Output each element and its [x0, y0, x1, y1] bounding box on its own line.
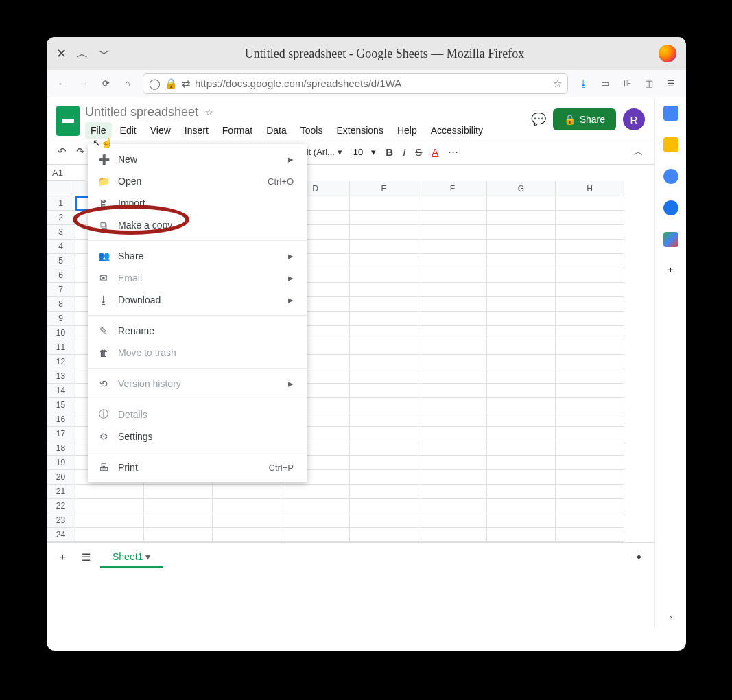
cell[interactable] [556, 456, 624, 470]
cell[interactable] [487, 456, 556, 470]
cell[interactable] [556, 470, 624, 485]
cell[interactable] [487, 427, 556, 441]
cell[interactable] [556, 211, 624, 225]
cell[interactable] [556, 384, 624, 398]
cell[interactable] [487, 499, 556, 513]
cell[interactable] [487, 211, 556, 225]
cell[interactable] [213, 485, 281, 499]
cell[interactable] [350, 225, 418, 240]
cell[interactable] [556, 297, 624, 312]
minimize-icon[interactable]: ︿ [76, 45, 88, 62]
cell[interactable] [418, 340, 487, 355]
cell[interactable] [418, 528, 487, 542]
cell[interactable] [350, 456, 418, 470]
cell[interactable] [487, 355, 556, 369]
cell[interactable] [350, 211, 418, 225]
cell[interactable] [487, 312, 556, 326]
cell[interactable] [418, 441, 487, 456]
cell[interactable] [418, 268, 487, 283]
cell[interactable] [281, 513, 350, 528]
row-header[interactable]: 13 [47, 369, 75, 384]
all-sheets-button[interactable]: ☰ [78, 548, 95, 566]
cell[interactable] [281, 528, 350, 542]
row-header[interactable]: 11 [47, 340, 75, 355]
cell[interactable] [418, 456, 487, 470]
cell[interactable] [350, 427, 418, 441]
cell[interactable] [350, 355, 418, 369]
row-header[interactable]: 24 [47, 528, 75, 542]
cell[interactable] [487, 340, 556, 355]
cell[interactable] [487, 254, 556, 268]
cell[interactable] [556, 340, 624, 355]
cell[interactable] [281, 485, 350, 499]
cell[interactable] [418, 384, 487, 398]
row-header[interactable]: 17 [47, 427, 75, 441]
cell[interactable] [350, 441, 418, 456]
collapse-panel-icon[interactable]: › [669, 611, 672, 622]
reload-button[interactable]: ⟳ [99, 78, 113, 89]
cell[interactable] [144, 485, 213, 499]
cell[interactable] [213, 513, 281, 528]
menu-tools[interactable]: Tools [295, 122, 329, 139]
row-header[interactable]: 1 [47, 196, 75, 211]
font-size-select[interactable]: 10 ▾ [349, 147, 380, 157]
text-color-button[interactable]: A [427, 143, 442, 161]
cell[interactable] [556, 326, 624, 340]
cell[interactable] [556, 312, 624, 326]
file-menu-download[interactable]: ⭳Download▸ [88, 289, 307, 311]
cell[interactable] [350, 268, 418, 283]
cell[interactable] [418, 211, 487, 225]
col-header[interactable]: F [418, 181, 487, 196]
cell[interactable] [350, 254, 418, 268]
cell[interactable] [556, 499, 624, 513]
row-header[interactable]: 23 [47, 513, 75, 528]
cell[interactable] [350, 499, 418, 513]
home-button[interactable]: ⌂ [121, 78, 134, 89]
cell[interactable] [556, 513, 624, 528]
library-icon[interactable]: ⊪ [620, 78, 634, 89]
url-bar[interactable]: ◯ 🔒 ⇄ https://docs.google.com/spreadshee… [143, 73, 568, 94]
close-icon[interactable]: ✕ [56, 46, 67, 61]
cell[interactable] [350, 297, 418, 312]
calendar-icon[interactable] [663, 106, 678, 121]
cell[interactable] [487, 196, 556, 211]
cell[interactable] [350, 312, 418, 326]
cell[interactable] [556, 283, 624, 297]
extension-icon[interactable]: ▭ [598, 78, 612, 89]
cell[interactable] [556, 225, 624, 240]
cell[interactable] [75, 528, 144, 542]
explore-button[interactable]: ✦ [630, 548, 648, 566]
file-menu-rename[interactable]: ✎Rename [88, 320, 307, 342]
cell[interactable] [418, 283, 487, 297]
row-header[interactable]: 8 [47, 297, 75, 312]
menu-extensions[interactable]: Extensions [331, 122, 388, 139]
menu-icon[interactable]: ☰ [664, 78, 678, 89]
row-header[interactable]: 18 [47, 441, 75, 456]
cell[interactable] [350, 240, 418, 254]
cell[interactable] [350, 384, 418, 398]
back-button[interactable]: ← [55, 78, 69, 89]
cell[interactable] [556, 268, 624, 283]
cell[interactable] [213, 499, 281, 513]
keep-icon[interactable] [663, 137, 678, 152]
avatar[interactable]: R [623, 108, 645, 130]
cell[interactable] [418, 470, 487, 485]
menu-data[interactable]: Data [261, 122, 292, 139]
row-header[interactable]: 6 [47, 268, 75, 283]
col-header[interactable]: E [350, 181, 418, 196]
add-sheet-button[interactable]: ＋ [54, 548, 72, 566]
cell[interactable] [556, 254, 624, 268]
cell[interactable] [556, 355, 624, 369]
row-header[interactable]: 3 [47, 225, 75, 240]
menu-view[interactable]: View [145, 122, 176, 139]
cell[interactable] [556, 240, 624, 254]
sidebar-icon[interactable]: ◫ [642, 78, 656, 89]
menu-accessibility[interactable]: Accessibility [425, 122, 488, 139]
row-header[interactable]: 14 [47, 384, 75, 398]
cell[interactable] [350, 470, 418, 485]
cell[interactable] [350, 196, 418, 211]
cell[interactable] [418, 398, 487, 412]
cell[interactable] [418, 312, 487, 326]
row-header[interactable]: 16 [47, 412, 75, 427]
menu-edit[interactable]: Edit [115, 122, 142, 139]
